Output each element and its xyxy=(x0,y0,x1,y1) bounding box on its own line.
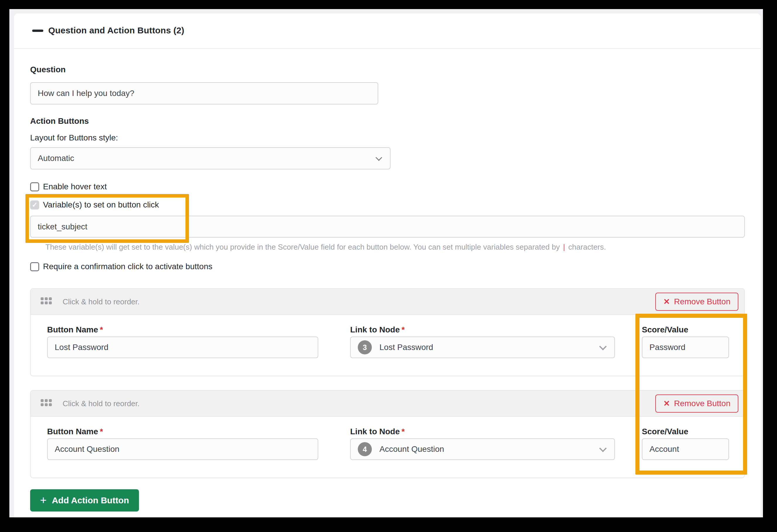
reorder-hint: Click & hold to reorder. xyxy=(63,391,139,417)
variables-input[interactable] xyxy=(30,216,745,238)
required-asterisk: * xyxy=(100,325,103,334)
node-number-badge: 4 xyxy=(358,442,372,456)
x-icon: ✕ xyxy=(663,298,670,306)
remove-button[interactable]: ✕ Remove Button xyxy=(655,293,738,311)
chevron-down-icon xyxy=(599,445,606,452)
link-to-node-select[interactable]: 3 Lost Password xyxy=(350,336,615,358)
link-to-node-select[interactable]: 4 Account Question xyxy=(350,438,615,460)
collapse-minus-icon[interactable] xyxy=(32,29,43,32)
confirm-click-row: Require a confirmation click to activate… xyxy=(30,262,212,271)
reorder-hint: Click & hold to reorder. xyxy=(63,289,139,315)
drag-handle-icon[interactable] xyxy=(41,297,52,304)
required-asterisk: * xyxy=(100,427,103,436)
section-title: Question and Action Buttons (2) xyxy=(48,25,184,36)
action-button-card-2: Click & hold to reorder. ✕ Remove Button… xyxy=(30,390,745,478)
layout-style-label: Layout for Buttons style: xyxy=(30,133,118,142)
add-action-button[interactable]: + Add Action Button xyxy=(30,489,139,512)
card-header: Click & hold to reorder. ✕ Remove Button xyxy=(31,391,744,417)
confirm-click-label: Require a confirmation click to activate… xyxy=(43,262,212,271)
node-number-badge: 3 xyxy=(358,340,372,354)
link-to-node-label: Link to Node* xyxy=(350,427,405,436)
chevron-down-icon xyxy=(599,343,606,350)
chevron-down-icon xyxy=(376,154,382,161)
button-name-label: Button Name* xyxy=(47,325,103,334)
node-name: Account Question xyxy=(379,444,444,454)
score-value-label: Score/Value xyxy=(642,427,688,436)
variables-checkbox[interactable]: ✓ xyxy=(30,200,39,210)
layout-style-selected-value: Automatic xyxy=(38,153,74,163)
drag-handle-icon[interactable] xyxy=(41,399,52,406)
enable-hover-checkbox[interactable] xyxy=(30,182,39,191)
pipe-character: | xyxy=(562,242,566,251)
question-settings-panel: Question and Action Buttons (2) Question… xyxy=(14,13,761,517)
question-input[interactable] xyxy=(30,82,378,104)
required-asterisk: * xyxy=(402,427,405,436)
card-header: Click & hold to reorder. ✕ Remove Button xyxy=(31,289,744,315)
score-value-input[interactable] xyxy=(642,438,729,460)
question-label: Question xyxy=(30,65,66,74)
link-to-node-label: Link to Node* xyxy=(350,325,405,334)
page-background: Question and Action Buttons (2) Question… xyxy=(9,9,763,517)
variables-help-text: These variable(s) will get set to the va… xyxy=(45,242,606,252)
plus-icon: + xyxy=(40,495,46,506)
button-name-label: Button Name* xyxy=(47,427,103,436)
variables-row: ✓ Variable(s) to set on button click xyxy=(30,200,159,210)
button-name-input[interactable] xyxy=(47,438,318,460)
confirm-click-checkbox[interactable] xyxy=(30,262,39,271)
remove-button[interactable]: ✕ Remove Button xyxy=(655,395,738,413)
screenshot-frame: { "panel": { "title": "Question and Acti… xyxy=(0,0,777,532)
score-value-input[interactable] xyxy=(642,336,729,358)
x-icon: ✕ xyxy=(663,400,670,408)
header-divider xyxy=(14,48,761,49)
score-value-label: Score/Value xyxy=(642,325,688,334)
action-button-card-1: Click & hold to reorder. ✕ Remove Button… xyxy=(30,288,745,376)
enable-hover-label: Enable hover text xyxy=(43,182,107,191)
action-buttons-label: Action Buttons xyxy=(30,116,89,126)
variables-label: Variable(s) to set on button click xyxy=(43,200,159,210)
enable-hover-row: Enable hover text xyxy=(30,182,107,191)
required-asterisk: * xyxy=(402,325,405,334)
layout-style-select[interactable]: Automatic xyxy=(30,147,391,170)
check-icon: ✓ xyxy=(32,202,37,208)
node-name: Lost Password xyxy=(379,343,433,352)
button-name-input[interactable] xyxy=(47,336,318,358)
